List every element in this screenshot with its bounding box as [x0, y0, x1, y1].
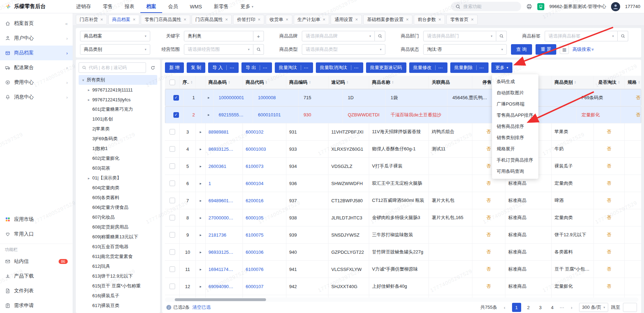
- column-header-code[interactable]: 商品代码▲▼: [243, 76, 286, 89]
- tree-item[interactable]: ▸01|【演示类】: [79, 173, 157, 183]
- collapse-sidebar-icon[interactable]: «: [65, 21, 68, 26]
- sidebar-item[interactable]: 常用入口: [0, 227, 73, 241]
- close-icon[interactable]: ×: [286, 17, 288, 22]
- next-page-button[interactable]: ›: [567, 303, 576, 312]
- column-header-spec[interactable]: 规格▲▼: [625, 76, 641, 89]
- product-link[interactable]: 2181736: [208, 232, 226, 238]
- tab-item[interactable]: 零售门店商品属性×: [141, 15, 190, 25]
- product-link[interactable]: 6100076: [246, 267, 264, 272]
- tree-item[interactable]: 604|定量肉类: [79, 183, 157, 193]
- tree-item[interactable]: 609|称重糖果13元以下: [79, 232, 157, 242]
- status-select[interactable]: 淘汰:否▾: [423, 44, 507, 55]
- page-button[interactable]: 1: [512, 303, 521, 312]
- refresh-icon[interactable]: [148, 63, 157, 72]
- close-icon[interactable]: ×: [438, 17, 441, 22]
- sort-icon[interactable]: ▲▼: [638, 81, 640, 84]
- product-link[interactable]: 60001003: [246, 147, 266, 152]
- product-link[interactable]: 1000008: [258, 95, 276, 100]
- scope-select[interactable]: 请选择经营范围▾: [184, 44, 253, 55]
- row-checkbox[interactable]: [170, 198, 175, 203]
- row-checkbox[interactable]: [170, 249, 175, 255]
- scope-search-button[interactable]: [253, 44, 264, 55]
- toolbar-button[interactable]: 更多▾: [491, 62, 513, 73]
- brand-search-button[interactable]: [375, 31, 385, 41]
- table-row[interactable]: 3▸88989881600010293111VHTZPBFJXI11V海天招牌拌…: [165, 123, 641, 141]
- row-checkbox[interactable]: [170, 163, 175, 169]
- toolbar-button[interactable]: 批量淘汰⋯: [275, 62, 313, 73]
- scrollbar-thumb[interactable]: [175, 298, 266, 301]
- category-search-input[interactable]: 代码 | 名称 | 速记码: [79, 62, 146, 73]
- sidebar-item[interactable]: 配送聚合›: [0, 60, 73, 75]
- product-link[interactable]: 27000000…: [208, 215, 233, 220]
- row-checkbox[interactable]: [170, 232, 175, 238]
- toolbar-button[interactable]: 导 入⋯: [208, 62, 239, 73]
- product-link[interactable]: 6000107: [246, 284, 264, 289]
- more-options-icon[interactable]: ⋯: [436, 65, 443, 70]
- table-row[interactable]: 9▸21817366100075939SNSDJYWSZ三牛苏打椒盐味散装否标准…: [165, 226, 641, 244]
- category-mode-select[interactable]: 商品类别 ▾: [80, 44, 150, 55]
- top-nav-item[interactable]: 报表: [119, 0, 140, 13]
- expand-row-icon[interactable]: ▸: [200, 267, 202, 272]
- menu-item[interactable]: 零售商品APP排序: [492, 110, 538, 121]
- row-checkbox[interactable]: [173, 112, 179, 118]
- table-row[interactable]: 4▸86933125…60001003933XLRXSYZ60G1鄉俚人香酥鱼仔…: [165, 141, 641, 158]
- tab-item[interactable]: 价签打印×: [233, 15, 264, 25]
- tree-item[interactable]: 608|定货厨房用品: [79, 222, 157, 232]
- tab-item[interactable]: 生产计划单×: [294, 15, 330, 25]
- product-link[interactable]: 600010101: [258, 112, 281, 117]
- product-link[interactable]: 6000106: [246, 250, 264, 255]
- sort-icon[interactable]: ▲▼: [392, 81, 394, 84]
- menu-item[interactable]: 手机订货商品排序: [492, 155, 538, 166]
- product-link[interactable]: 6000102: [246, 129, 264, 135]
- tab-item[interactable]: 门店补货×: [76, 15, 107, 25]
- menu-item[interactable]: 可用条码查询: [492, 166, 538, 177]
- toolbar-button[interactable]: 新 增: [165, 62, 184, 73]
- sidebar-item[interactable]: 应用市场: [0, 212, 73, 227]
- table-row[interactable]: 10▸96933125…6000106940GZPDCLYGT22甘竹牌豆豉鲮鱼…: [165, 244, 641, 261]
- row-checkbox[interactable]: [170, 129, 175, 135]
- table-row[interactable]: 12▸69094090…6000107942SHJXXT40G上好佳鲜虾条40g…: [165, 278, 641, 295]
- close-icon[interactable]: ×: [355, 17, 358, 22]
- sidebar-item[interactable]: 产品下载: [0, 269, 73, 284]
- tree-item[interactable]: ▾所有类别: [79, 75, 157, 85]
- sidebar-item[interactable]: 费用中心›: [0, 75, 73, 90]
- product-link[interactable]: 6100075: [246, 232, 264, 238]
- menu-item[interactable]: 自动抓取图片: [492, 87, 538, 98]
- row-checkbox[interactable]: [170, 146, 175, 152]
- top-nav-item[interactable]: WMS: [184, 0, 208, 13]
- expand-row-icon[interactable]: ▸: [200, 233, 202, 237]
- tree-item[interactable]: 605|各类酱料: [79, 193, 157, 203]
- toolbar-button[interactable]: 批量删除⋯: [450, 62, 489, 73]
- top-nav-item[interactable]: 档案: [140, 0, 162, 13]
- tree-item[interactable]: 616|裸装瓜子: [79, 291, 157, 301]
- column-header-number[interactable]: 商品编码▲▼: [286, 76, 328, 89]
- caret-icon[interactable]: ▸: [86, 176, 91, 180]
- toolbar-button[interactable]: 导 出⋯: [241, 62, 272, 73]
- column-header-eliminated[interactable]: 是否淘汰▲▼: [594, 76, 625, 89]
- tree-item[interactable]: 606|定量方便食品: [79, 203, 157, 212]
- expand-row-icon[interactable]: ▸: [200, 250, 202, 254]
- tree-item[interactable]: 610|五金百货电器: [79, 242, 157, 252]
- module-select[interactable]: 商品档案 ▾: [80, 31, 150, 41]
- menu-item[interactable]: 规格展开: [492, 143, 538, 155]
- search-button[interactable]: 查 询: [511, 44, 532, 55]
- product-link[interactable]: 1: [208, 181, 211, 186]
- sidebar-item[interactable]: 需求申请: [0, 298, 73, 313]
- table-row[interactable]: ▸: [165, 295, 641, 298]
- more-options-icon[interactable]: ⋯: [260, 65, 268, 70]
- tree-item[interactable]: 2|苹果类: [79, 124, 157, 134]
- caret-icon[interactable]: ▸: [86, 88, 91, 92]
- tab-item[interactable]: 通用设置×: [331, 15, 362, 25]
- tag-search-button[interactable]: [618, 31, 628, 41]
- tree-item[interactable]: 617|裸装豆类: [79, 301, 157, 310]
- expand-row-icon[interactable]: ▸: [200, 147, 202, 151]
- type-select[interactable]: 请选择商品类型▾: [302, 44, 385, 55]
- column-header-category[interactable]: 商品类别▲▼: [552, 76, 594, 89]
- dept-search-button[interactable]: [496, 31, 507, 41]
- close-icon[interactable]: ×: [471, 17, 474, 22]
- sort-icon[interactable]: ▲▼: [228, 81, 230, 84]
- toolbar-button[interactable]: 复 制: [187, 62, 206, 73]
- expand-row-icon[interactable]: ▸: [200, 164, 202, 169]
- global-search-input[interactable]: 搜索功能: [451, 2, 521, 11]
- expand-row-icon[interactable]: ▸: [200, 130, 202, 134]
